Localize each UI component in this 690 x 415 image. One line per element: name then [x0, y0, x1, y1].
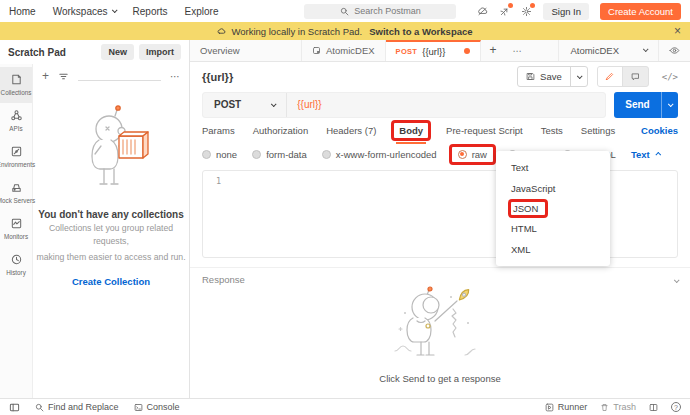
- notification-dot: [530, 3, 535, 8]
- menu-item-javascript[interactable]: JavaScript: [496, 178, 610, 199]
- empty-state-text: making them easier to access and run.: [33, 251, 189, 264]
- more-options-icon[interactable]: ⋯: [170, 71, 180, 82]
- nav-home[interactable]: Home: [9, 6, 36, 17]
- collections-empty-state: You don't have any collections Collectio…: [33, 88, 189, 287]
- add-collection-button[interactable]: +: [42, 69, 49, 83]
- response-empty-state: Click Send to get a response: [190, 285, 690, 398]
- collection-tab-icon: [312, 46, 321, 55]
- sidebar-toggle-button[interactable]: [9, 402, 20, 413]
- trash-icon: [600, 403, 609, 412]
- tab-tests[interactable]: Tests: [541, 125, 563, 136]
- mode-none[interactable]: none: [202, 149, 237, 160]
- settings-button[interactable]: [521, 6, 532, 17]
- chevron-down-icon: [111, 7, 117, 13]
- save-options-button[interactable]: [570, 67, 587, 86]
- tab-authorization[interactable]: Authorization: [253, 125, 308, 136]
- response-empty-caption: Click Send to get a response: [379, 373, 500, 384]
- menu-item-json[interactable]: JSON: [511, 202, 545, 215]
- create-account-button[interactable]: Create Account: [600, 3, 681, 20]
- filter-icon[interactable]: [58, 71, 69, 82]
- monitors-icon: [10, 217, 23, 230]
- environment-selector[interactable]: AtomicDEX: [559, 40, 658, 61]
- unsaved-changes-dot: [464, 48, 470, 54]
- mode-urlencoded[interactable]: x-www-form-urlencoded: [322, 149, 437, 160]
- tab-body[interactable]: Body: [394, 123, 428, 138]
- sign-in-button[interactable]: Sign In: [543, 3, 589, 20]
- sidebar-rail: Collections APIs Environments Mock Serve…: [0, 64, 33, 398]
- help-button[interactable]: ?: [671, 402, 681, 412]
- new-tab-button[interactable]: +: [481, 40, 504, 61]
- sidebar-item-environments[interactable]: Environments: [0, 139, 32, 175]
- nav-explore[interactable]: Explore: [185, 6, 219, 17]
- offline-cloud-button[interactable]: [477, 6, 488, 17]
- new-button[interactable]: New: [101, 44, 134, 60]
- runner-button[interactable]: Runner: [545, 402, 588, 412]
- capture-requests-button[interactable]: [499, 6, 510, 17]
- tab-settings[interactable]: Settings: [581, 125, 615, 136]
- empty-response-illustration: [365, 285, 515, 371]
- menu-item-html[interactable]: HTML: [496, 218, 610, 239]
- tab-strip: Overview AtomicDEX POST {{url}} + ⋯ Atom…: [190, 40, 690, 62]
- save-icon: [526, 72, 535, 81]
- language-selector[interactable]: Text: [631, 149, 661, 160]
- chevron-up-icon: [655, 152, 661, 158]
- save-button[interactable]: Save: [517, 66, 588, 87]
- nav-reports[interactable]: Reports: [133, 6, 168, 17]
- cloud-offline-icon: [477, 6, 488, 17]
- nav-workspaces[interactable]: Workspaces: [53, 6, 116, 17]
- radio-icon: [322, 150, 331, 159]
- tab-collection[interactable]: AtomicDEX: [302, 40, 386, 61]
- code-snippet-button[interactable]: </>: [662, 72, 678, 82]
- tab-overview[interactable]: Overview: [190, 40, 302, 61]
- cookies-link[interactable]: Cookies: [641, 125, 678, 136]
- menu-item-text[interactable]: Text: [496, 157, 610, 178]
- console-button[interactable]: Console: [134, 402, 180, 412]
- collections-panel: + ⋯: [33, 64, 189, 398]
- language-dropdown-menu: Text JavaScript JSON HTML XML: [496, 151, 610, 266]
- radio-icon: [202, 150, 211, 159]
- search-input[interactable]: Search Postman: [304, 4, 456, 19]
- response-section-title: Response: [202, 274, 245, 285]
- sidebar-item-apis[interactable]: APIs: [0, 103, 32, 139]
- url-input[interactable]: {{url}}: [287, 93, 605, 117]
- comment-icon: [631, 72, 640, 81]
- close-icon[interactable]: ×: [674, 25, 681, 37]
- menu-item-xml[interactable]: XML: [496, 239, 610, 260]
- collapse-response-button[interactable]: [674, 274, 678, 285]
- send-button[interactable]: Send: [614, 92, 678, 118]
- environments-icon: [10, 145, 23, 158]
- environment-quick-look-button[interactable]: [658, 40, 690, 61]
- sidebar-item-mock-servers[interactable]: Mock Servers: [0, 175, 32, 211]
- console-icon: [134, 403, 143, 412]
- main-nav: Home Workspaces Reports Explore: [9, 6, 218, 17]
- filter-input[interactable]: [78, 71, 161, 81]
- mode-form-data[interactable]: form-data: [252, 149, 307, 160]
- two-pane-view-button[interactable]: [649, 403, 658, 412]
- tab-options-button[interactable]: ⋯: [504, 40, 530, 61]
- editor-line-number: 1: [216, 176, 221, 186]
- find-and-replace-button[interactable]: Find and Replace: [35, 402, 119, 412]
- trash-button[interactable]: Trash: [600, 402, 636, 412]
- edit-button[interactable]: [598, 67, 623, 86]
- tab-pre-request-script[interactable]: Pre-request Script: [446, 125, 523, 136]
- method-selector[interactable]: POST: [203, 93, 287, 117]
- chevron-down-icon: [577, 73, 583, 79]
- sidebar-item-collections[interactable]: Collections: [0, 67, 32, 103]
- send-options-button[interactable]: [661, 92, 678, 118]
- empty-collections-illustration: [63, 102, 159, 198]
- sidebar-item-monitors[interactable]: Monitors: [0, 211, 32, 247]
- sidebar-item-history[interactable]: History: [0, 247, 32, 283]
- tab-params[interactable]: Params: [202, 125, 235, 136]
- tab-request-active[interactable]: POST {{url}}: [386, 40, 482, 61]
- tab-headers[interactable]: Headers (7): [326, 125, 376, 136]
- notification-dot: [508, 3, 513, 8]
- cloud-icon: [217, 27, 226, 36]
- mode-raw[interactable]: raw: [452, 147, 493, 162]
- comments-button[interactable]: [623, 67, 648, 86]
- radio-selected-icon: [458, 150, 467, 159]
- empty-state-title: You don't have any collections: [33, 209, 189, 220]
- import-button[interactable]: Import: [139, 44, 181, 60]
- create-collection-link[interactable]: Create Collection: [33, 276, 189, 287]
- switch-workspace-link[interactable]: Switch to a Workspace: [369, 26, 472, 37]
- tab-request-title: {{url}}: [422, 46, 445, 57]
